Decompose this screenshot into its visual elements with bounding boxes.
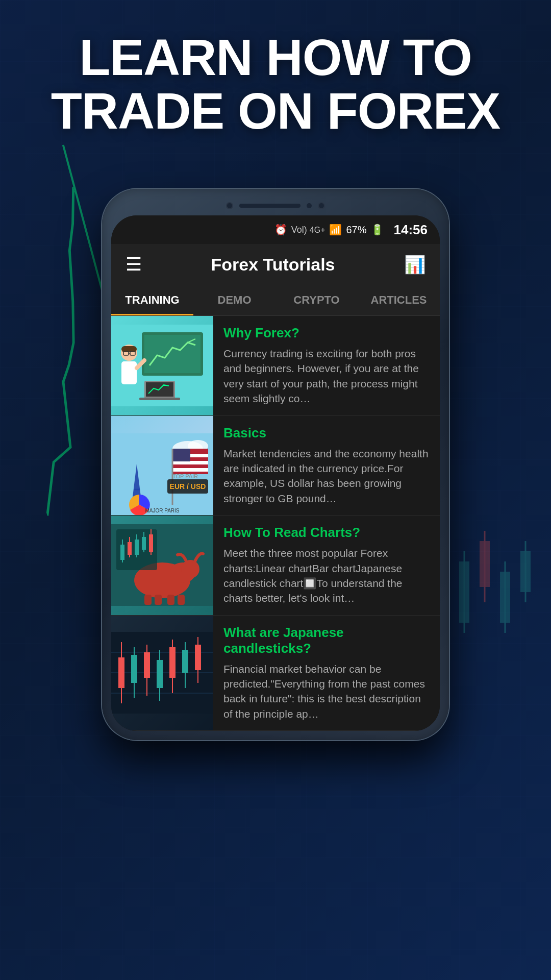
- article-content: Basics Market tendencies and the economy…: [213, 416, 440, 516]
- status-time: 14:56: [394, 222, 428, 238]
- hero-title: LEARN HOW TO TRADE ON FOREX: [20, 31, 531, 138]
- tab-articles[interactable]: ARTICLES: [358, 285, 440, 315]
- svg-rect-36: [172, 449, 190, 461]
- article-content: What are Japanese candlesticks? Financia…: [213, 616, 440, 731]
- app-header: ☰ Forex Tutorials 📊: [111, 244, 440, 285]
- thumb-candlesticks: [111, 616, 213, 731]
- article-item[interactable]: Why Forex? Currency trading is exciting …: [111, 316, 440, 416]
- svg-rect-71: [144, 652, 150, 678]
- article-content: How To Read Charts? Meet the three most …: [213, 516, 440, 615]
- svg-text:EUR / USD: EUR / USD: [170, 482, 206, 491]
- svg-text:MAJOR PARIS: MAJOR PARIS: [145, 508, 179, 513]
- phone-front-camera2: [318, 202, 325, 209]
- phone-outer-frame: ⏰ Vol) 4G+ 📶 67% 🔋 14:56 ☰ Forex Tutoria…: [102, 189, 449, 740]
- article-title: What are Japanese candlesticks?: [223, 625, 430, 656]
- svg-rect-47: [144, 595, 152, 605]
- chart-trending-icon[interactable]: 📊: [404, 254, 425, 275]
- article-thumbnail: [111, 316, 213, 415]
- thumb-why-forex: [111, 316, 213, 415]
- svg-rect-34: [172, 461, 208, 464]
- hero-section: LEARN HOW TO TRADE ON FOREX: [0, 31, 551, 138]
- charts-illustration: [111, 524, 213, 606]
- hamburger-menu-icon[interactable]: ☰: [126, 254, 142, 275]
- tab-crypto-label: CRYPTO: [293, 293, 339, 307]
- svg-rect-67: [118, 657, 124, 688]
- phone-mockup: ⏰ Vol) 4G+ 📶 67% 🔋 14:56 ☰ Forex Tutoria…: [102, 189, 449, 740]
- battery-icon: 🔋: [371, 224, 384, 236]
- article-list: Why Forex? Currency trading is exciting …: [111, 316, 440, 731]
- candlesticks-illustration: [111, 632, 213, 714]
- app-title: Forex Tutorials: [211, 255, 335, 275]
- svg-rect-73: [157, 660, 163, 688]
- alarm-icon: ⏰: [274, 224, 287, 236]
- tab-demo[interactable]: DEMO: [193, 285, 276, 315]
- tab-crypto[interactable]: CRYPTO: [276, 285, 358, 315]
- hero-line2: TRADE ON FOREX: [51, 82, 500, 139]
- article-item[interactable]: How To Read Charts? Meet the three most …: [111, 516, 440, 616]
- article-item[interactable]: What are Japanese candlesticks? Financia…: [111, 616, 440, 731]
- svg-rect-21: [121, 361, 137, 384]
- article-thumbnail: EUR / USD TOP PAIR MAJOR PARIS: [111, 416, 213, 516]
- svg-point-46: [181, 560, 199, 578]
- tab-demo-label: DEMO: [218, 293, 252, 307]
- article-title: How To Read Charts?: [223, 525, 430, 541]
- status-icons: ⏰ Vol) 4G+ 📶 67% 🔋: [274, 224, 384, 236]
- article-excerpt: Financial market behavior can be predict…: [223, 662, 430, 722]
- phone-camera: [226, 202, 233, 209]
- article-excerpt: Meet the three most popular Forex charts…: [223, 546, 430, 606]
- battery-pct: 67%: [346, 224, 366, 236]
- phone-speaker: [239, 204, 300, 208]
- svg-rect-35: [172, 468, 208, 472]
- svg-rect-48: [155, 595, 162, 605]
- basics-illustration: EUR / USD TOP PAIR MAJOR PARIS: [111, 433, 213, 515]
- tab-training-label: TRAINING: [125, 293, 179, 307]
- tab-articles-label: ARTICLES: [371, 293, 427, 307]
- article-title: Basics: [223, 425, 430, 441]
- thumb-charts: [111, 516, 213, 615]
- svg-rect-75: [169, 647, 176, 678]
- tab-bar: TRAINING DEMO CRYPTO ARTICLES: [111, 285, 440, 316]
- article-item[interactable]: EUR / USD TOP PAIR MAJOR PARIS: [111, 416, 440, 516]
- why-forex-illustration: [111, 325, 213, 406]
- svg-rect-50: [178, 595, 185, 605]
- article-title: Why Forex?: [223, 325, 430, 341]
- phone-sensor: [307, 203, 312, 208]
- svg-rect-69: [131, 655, 137, 683]
- network-bars-icon: 📶: [329, 224, 342, 236]
- article-excerpt: Market tendencies and the economy health…: [223, 446, 430, 506]
- signal-text: Vol) 4G+: [291, 225, 325, 235]
- article-content: Why Forex? Currency trading is exciting …: [213, 316, 440, 415]
- thumb-basics: EUR / USD TOP PAIR MAJOR PARIS: [111, 416, 213, 516]
- svg-rect-77: [182, 650, 188, 673]
- phone-top-bar: [111, 198, 440, 213]
- tab-training[interactable]: TRAINING: [111, 285, 193, 315]
- status-bar: ⏰ Vol) 4G+ 📶 67% 🔋 14:56: [111, 215, 440, 244]
- phone-screen: ⏰ Vol) 4G+ 📶 67% 🔋 14:56 ☰ Forex Tutoria…: [111, 215, 440, 731]
- svg-rect-79: [195, 645, 201, 670]
- hero-line1: LEARN HOW TO: [79, 29, 471, 86]
- article-thumbnail: [111, 616, 213, 731]
- svg-rect-25: [139, 398, 180, 400]
- article-thumbnail: [111, 516, 213, 615]
- svg-rect-49: [167, 595, 174, 605]
- article-excerpt: Currency trading is exciting for both pr…: [223, 346, 430, 406]
- svg-text:TOP PAIR: TOP PAIR: [172, 473, 198, 479]
